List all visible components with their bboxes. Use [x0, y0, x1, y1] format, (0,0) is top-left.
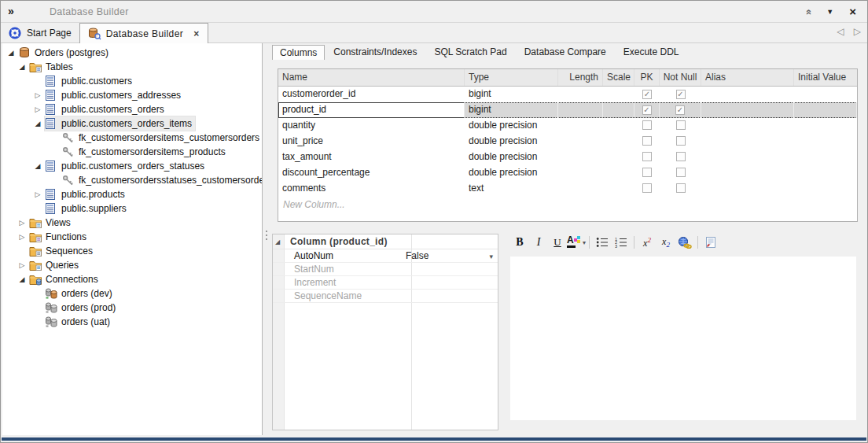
cell-alias[interactable] [701, 87, 794, 102]
cell-scale[interactable] [603, 150, 634, 165]
cell-length[interactable] [558, 118, 603, 134]
tree-item[interactable]: ▷ Queries [2, 258, 262, 272]
tree-item[interactable]: ◢ Connections [2, 272, 262, 286]
cell-length[interactable] [558, 87, 603, 102]
column-row[interactable]: unit_pricedouble precision [278, 134, 857, 150]
tab-close-icon[interactable]: × [193, 28, 199, 39]
tab-columns[interactable]: Columns [272, 45, 325, 60]
cell-pk[interactable] [634, 165, 660, 181]
italic-button[interactable]: I [529, 234, 548, 251]
tree-collapse-icon[interactable]: ◢ [31, 120, 45, 127]
cell-scale[interactable] [603, 118, 634, 134]
tab-database-builder[interactable]: Database Builder × [79, 23, 208, 43]
cell-name[interactable]: quantity [278, 118, 465, 134]
tree-item[interactable]: fk_customersordersitems_products [2, 145, 262, 159]
cell-length[interactable] [558, 134, 603, 150]
cell-type[interactable]: double precision [465, 134, 558, 150]
tab-scroll-left-icon[interactable]: ◁ [837, 26, 844, 37]
checkbox-unchecked[interactable] [676, 183, 686, 193]
tree-expand-icon[interactable]: ▷ [31, 105, 45, 113]
tab-scroll-right-icon[interactable]: ▷ [854, 26, 861, 37]
checkbox-unchecked[interactable] [642, 168, 652, 177]
tree-item[interactable]: ◢Orders (postgres) [2, 46, 262, 60]
close-icon[interactable]: × [849, 6, 856, 17]
notes-document-button[interactable] [701, 234, 720, 251]
checkbox-unchecked[interactable] [642, 152, 652, 161]
cell-length[interactable] [558, 181, 603, 197]
tree-item[interactable]: ▷ public.customers_orders [2, 102, 262, 116]
hyperlink-button[interactable] [675, 234, 694, 251]
checkbox-checked[interactable]: ✓ [675, 105, 685, 115]
column-row[interactable]: tax_amountdouble precision [278, 150, 857, 165]
cell-name[interactable]: product_id [278, 102, 465, 118]
column-row[interactable]: product_idbigint✓✓ [278, 102, 857, 118]
cell-type[interactable]: double precision [465, 150, 558, 165]
checkbox-checked[interactable]: ✓ [676, 90, 686, 99]
tree-item[interactable]: ▷ public.customers_addresses [2, 88, 262, 102]
name-edit-field[interactable]: product_id [278, 102, 465, 118]
cell-not-null[interactable] [660, 118, 701, 134]
property-group-header[interactable]: ◢ Column (product_id) [273, 234, 498, 249]
cell-not-null[interactable] [660, 150, 701, 165]
menu-chevrons-icon[interactable]: » [8, 5, 24, 19]
tree-expand-icon[interactable]: ▷ [31, 190, 45, 198]
tree-item[interactable]: public.customers [2, 74, 262, 88]
cell-length[interactable] [558, 150, 603, 165]
cell-length[interactable] [558, 165, 603, 181]
checkbox-unchecked[interactable] [642, 136, 652, 146]
tree-item[interactable]: ▷ public.products [2, 187, 262, 201]
tree-collapse-icon[interactable]: ◢ [15, 275, 29, 283]
cell-not-null[interactable] [660, 181, 701, 197]
cell-initial-value[interactable] [794, 165, 857, 181]
numbered-list-button[interactable]: 123 [612, 234, 631, 251]
property-value[interactable]: False▾ [400, 249, 498, 262]
column-row[interactable]: discount_percentagedouble precision [278, 165, 857, 181]
notes-editor[interactable] [510, 257, 856, 420]
tree-item[interactable]: fk_customersordersstatuses_customersorde… [2, 173, 262, 187]
cell-alias[interactable] [701, 181, 794, 197]
column-row[interactable]: commentstext [278, 181, 857, 197]
cell-not-null[interactable]: ✓ [660, 102, 701, 118]
tab-sql-scratch-pad[interactable]: SQL Scratch Pad [425, 45, 515, 60]
cell-scale[interactable] [603, 165, 634, 181]
cell-name[interactable]: customerorder_id [278, 87, 465, 102]
checkbox-checked[interactable]: ✓ [642, 90, 652, 99]
cell-pk[interactable] [634, 150, 660, 165]
cell-type[interactable]: double precision [465, 165, 558, 181]
new-column-row[interactable]: New Column... [278, 197, 857, 212]
checkbox-unchecked[interactable] [642, 120, 652, 130]
cell-name[interactable]: tax_amount [278, 150, 465, 165]
underline-button[interactable]: U [548, 234, 567, 251]
column-row[interactable]: quantitydouble precision [278, 118, 857, 134]
tree-item[interactable]: ◢ public.customers_orders_items [2, 116, 262, 131]
tree-collapse-icon[interactable]: ◢ [31, 162, 45, 170]
cell-scale[interactable] [603, 181, 634, 197]
cell-scale[interactable] [603, 102, 634, 118]
cell-type[interactable]: bigint [465, 87, 558, 102]
tree-item[interactable]: public.suppliers [2, 201, 262, 216]
font-color-button[interactable]: A ▾ [567, 234, 586, 251]
checkbox-unchecked[interactable] [676, 120, 686, 130]
dropdown-arrow-icon[interactable]: ▾ [489, 250, 493, 263]
column-row[interactable]: customerorder_idbigint✓✓ [278, 87, 857, 102]
cell-alias[interactable] [701, 165, 794, 181]
tree-expand-icon[interactable]: ▷ [15, 261, 29, 269]
cell-initial-value[interactable] [794, 134, 857, 150]
dock-menu-icon[interactable]: ▼ [826, 8, 833, 16]
checkbox-unchecked[interactable] [676, 168, 686, 177]
tab-constraints-indexes[interactable]: Constraints/Indexes [325, 45, 425, 60]
cell-not-null[interactable] [660, 134, 701, 150]
tree-item[interactable]: fk_customersordersitems_customersorders [2, 131, 262, 145]
cell-alias[interactable] [701, 102, 794, 118]
panel-splitter[interactable] [263, 43, 272, 435]
tree-item[interactable]: orders (dev) [2, 286, 262, 301]
tab-start-page[interactable]: Start Page [1, 23, 79, 42]
cell-alias[interactable] [701, 150, 794, 165]
tree-item[interactable]: ◢ Tables [2, 60, 262, 74]
cell-not-null[interactable]: ✓ [660, 87, 701, 102]
cell-pk[interactable] [634, 181, 660, 197]
cell-alias[interactable] [701, 118, 794, 134]
subscript-button[interactable]: x2 [657, 234, 675, 251]
tree-item[interactable]: Sequences [2, 244, 262, 258]
tree-item[interactable]: ▷ Functions [2, 230, 262, 244]
